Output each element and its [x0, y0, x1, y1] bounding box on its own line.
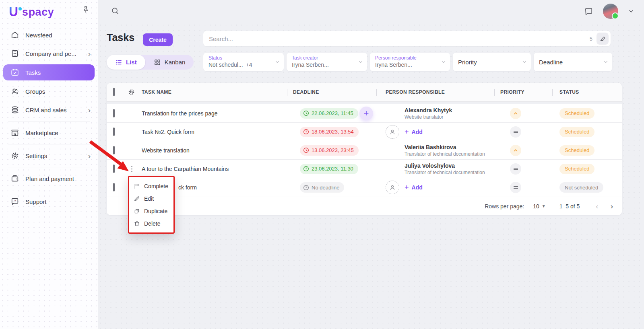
task-name[interactable]: A tour to the Carpathian Mountains: [142, 166, 229, 172]
clock-icon: [303, 166, 309, 172]
column-header-person[interactable]: PERSON RESPONSIBLE: [386, 89, 445, 95]
chevron-down-icon: [603, 59, 609, 65]
avatar-placeholder[interactable]: [386, 181, 399, 194]
menu-item-delete[interactable]: Delete: [129, 217, 173, 230]
divider: [552, 89, 553, 96]
row-checkbox[interactable]: [113, 128, 115, 136]
help-bubble-icon: ?: [10, 197, 19, 206]
divider: [8, 167, 90, 167]
topbar-right-cluster: [584, 0, 634, 23]
column-header-status[interactable]: STATUS: [559, 89, 579, 95]
priority-high-icon[interactable]: [510, 108, 521, 119]
filter-deadline[interactable]: Deadline: [534, 53, 612, 71]
priority-normal-icon[interactable]: [510, 126, 521, 138]
chevron-down-icon: [275, 59, 280, 65]
table-settings-gear-icon[interactable]: [128, 88, 135, 96]
filter-priority[interactable]: Priority: [453, 53, 531, 71]
table-row[interactable]: Task №2. Quick form 18.06.2023, 13:54 +A…: [107, 123, 622, 141]
divider: [8, 144, 90, 144]
task-name[interactable]: Website translation: [142, 147, 190, 154]
status-badge[interactable]: Scheduled: [559, 127, 594, 137]
sidebar-item-support[interactable]: ? Support: [0, 192, 98, 211]
filter-person-responsible[interactable]: Person responsible Iryna Serben...: [370, 53, 450, 71]
column-header-task-name[interactable]: TASK NAME: [142, 89, 171, 95]
sidebar-item-plan[interactable]: Plan and payment: [0, 169, 98, 188]
user-avatar[interactable]: [603, 4, 618, 19]
create-button[interactable]: Create: [143, 33, 173, 46]
row-checkbox[interactable]: [113, 184, 115, 191]
status-badge[interactable]: Scheduled: [559, 145, 594, 156]
divider: [494, 89, 495, 96]
row-actions-kebab-icon[interactable]: [130, 165, 133, 173]
person-info: Juliya Voloshylova Translator of technic…: [405, 162, 485, 175]
priority-normal-icon[interactable]: [510, 163, 521, 175]
person-name[interactable]: Alexandra Khytyk: [405, 107, 452, 113]
column-header-priority[interactable]: PRIORITY: [500, 89, 524, 95]
next-page-button[interactable]: ›: [611, 202, 613, 210]
task-search-bar: 5: [203, 31, 611, 46]
table-header: TASK NAME DEADLINE PERSON RESPONSIBLE PR…: [107, 83, 622, 102]
uspacy-logo[interactable]: U spacy: [9, 5, 54, 19]
sidebar-item-settings[interactable]: Settings ›: [0, 146, 98, 165]
tab-kanban-view[interactable]: Kanban: [145, 55, 194, 70]
trash-icon: [134, 220, 140, 227]
task-search-input[interactable]: [203, 35, 590, 42]
sidebar-item-label: Settings: [25, 152, 82, 159]
sidebar-item-label: Plan and payment: [25, 175, 91, 182]
status-badge[interactable]: Scheduled: [559, 164, 594, 174]
sidebar-item-groups[interactable]: Groups: [0, 82, 98, 101]
select-all-checkbox[interactable]: [113, 88, 115, 96]
add-person-link[interactable]: +Add: [405, 184, 423, 191]
clear-filters-icon[interactable]: [597, 33, 609, 45]
chevron-down-icon[interactable]: [628, 8, 634, 14]
status-badge[interactable]: Not scheduled: [559, 182, 603, 193]
avatar-placeholder[interactable]: [386, 125, 399, 139]
sidebar-item-crm[interactable]: CRM and sales ›: [0, 101, 98, 119]
sidebar-item-tasks[interactable]: Tasks: [3, 64, 95, 80]
previous-page-button[interactable]: ‹: [596, 202, 598, 210]
sidebar-item-newsfeed[interactable]: Newsfeed: [0, 26, 98, 44]
table-row[interactable]: ck form No deadline +Add Not scheduled: [107, 178, 622, 197]
table-row[interactable]: Website translation 13.06.2023, 23:45 Va…: [107, 141, 622, 160]
chevron-down-icon: [358, 59, 363, 65]
menu-item-duplicate[interactable]: Duplicate: [129, 205, 173, 217]
menu-item-label: Edit: [144, 195, 154, 202]
task-name[interactable]: Task №2. Quick form: [142, 129, 194, 135]
caret-down-icon: ▼: [542, 204, 546, 208]
pin-sidebar-icon[interactable]: [82, 6, 90, 15]
table-footer: Rows per page: 10 ▼ 1–5 of 5 ‹ ›: [107, 197, 622, 215]
menu-item-edit[interactable]: Edit: [129, 192, 173, 205]
rows-per-page-select[interactable]: 10 ▼: [533, 203, 545, 210]
search-icon[interactable]: [111, 6, 120, 17]
home-icon: [10, 31, 19, 39]
sidebar-item-marketplace[interactable]: Marketplace: [0, 123, 98, 142]
chat-icon[interactable]: [584, 7, 593, 16]
person-name[interactable]: Juliya Voloshylova: [405, 162, 485, 169]
sidebar-item-company[interactable]: Company and pe... ›: [0, 44, 98, 63]
quick-add-button[interactable]: +: [359, 107, 373, 120]
filter-label: Person responsible: [375, 55, 440, 61]
pagination-range: 1–5 of 5: [559, 203, 580, 210]
status-badge[interactable]: Scheduled: [559, 108, 594, 119]
filter-task-creator[interactable]: Task creator Iryna Serben...: [287, 53, 367, 71]
table-row[interactable]: Translation for the prices page 22.06.20…: [107, 104, 622, 123]
chevron-down-icon: [522, 59, 527, 65]
row-checkbox[interactable]: [113, 165, 115, 173]
layers-icon: [10, 105, 19, 114]
filter-status[interactable]: Status Not schedul...+4: [203, 53, 284, 71]
priority-high-icon[interactable]: [510, 145, 521, 156]
tab-label: List: [126, 59, 137, 66]
column-header-deadline[interactable]: DEADLINE: [293, 89, 319, 95]
add-person-link[interactable]: +Add: [405, 128, 423, 136]
table-row[interactable]: A tour to the Carpathian Mountains 23.06…: [107, 160, 622, 178]
menu-item-label: Complete: [144, 183, 168, 189]
task-name[interactable]: ck form: [178, 184, 197, 191]
row-checkbox[interactable]: [113, 147, 115, 154]
menu-item-complete[interactable]: Complete: [129, 180, 173, 192]
divider: [287, 89, 287, 96]
row-checkbox[interactable]: [113, 110, 115, 117]
task-name[interactable]: Translation for the prices page: [142, 110, 218, 117]
priority-normal-icon[interactable]: [510, 182, 521, 193]
person-name[interactable]: Valeriia Bashkirova: [405, 144, 485, 150]
tab-list-view[interactable]: List: [107, 55, 145, 70]
